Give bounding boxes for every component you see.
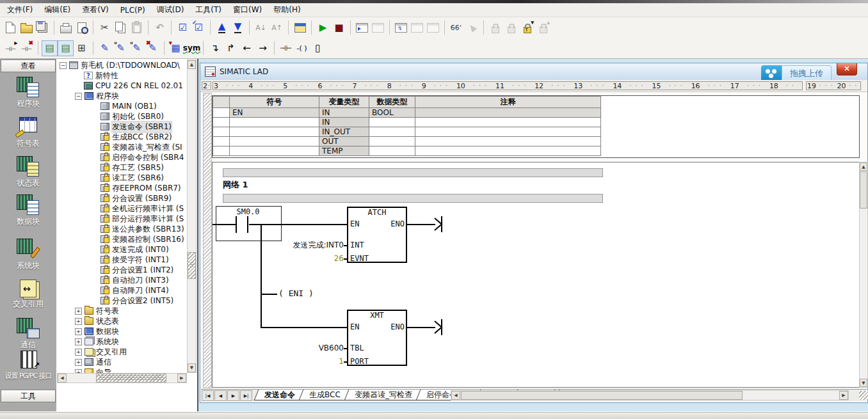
tree-item[interactable]: MAIN (OB1)	[57, 101, 187, 111]
tree-item[interactable]: +符号表	[57, 306, 187, 316]
comment-cell[interactable]	[415, 127, 601, 137]
tree-scroll-thumb[interactable]	[188, 252, 196, 279]
tree-item[interactable]: −剪毛机 (D:\TDDOWNLOAD\	[57, 60, 187, 70]
upload-button[interactable]: ▲	[214, 20, 230, 36]
tree-scroll-up-button[interactable]: ▲	[188, 60, 196, 69]
stop-button[interactable]: ■	[331, 20, 347, 36]
unforce-lock-button[interactable]	[503, 20, 519, 36]
data_type-cell[interactable]: BOOL	[369, 108, 415, 118]
ladder-horizontal-scrollbar[interactable]: ◀ ▶	[451, 390, 849, 400]
previous-bookmark-button[interactable]: ✎«	[129, 40, 145, 56]
tree-vertical-scrollbar[interactable]: ▲ ▼	[187, 59, 197, 373]
sidebar-item-data-block[interactable]: 数据块	[0, 194, 56, 227]
var-table-row[interactable]: ENINBOOL	[213, 108, 601, 118]
tree-scroll-left-button[interactable]: ◀	[58, 374, 67, 383]
data_type-cell[interactable]	[369, 118, 415, 127]
var-table-row[interactable]: IN	[213, 118, 601, 127]
pou-comments-button[interactable]: ▤	[42, 40, 58, 56]
tree-item[interactable]: 发送完成 (INT0)	[57, 244, 187, 255]
pou-comment-bar[interactable]	[223, 168, 603, 177]
tree-item[interactable]: 变频器读_写检查 (SI	[57, 142, 187, 152]
var-table-row[interactable]: OUT	[213, 137, 601, 146]
pause-program-status-button[interactable]	[370, 20, 386, 36]
tree-item[interactable]: 变频器控制 (SBR16)	[57, 234, 187, 244]
compile-all-button[interactable]: ☑✓	[191, 20, 207, 36]
view-bar-header[interactable]: 查看	[1, 59, 56, 72]
ladder-scroll-left-button[interactable]: ◀	[451, 391, 460, 400]
selection-margin[interactable]	[203, 93, 212, 388]
tree-item[interactable]: +通信	[57, 357, 187, 367]
comment-cell[interactable]	[415, 118, 601, 127]
symbolic-addressing-button[interactable]: sym	[184, 40, 200, 56]
symbol-cell[interactable]	[230, 137, 319, 146]
window-resize-grip[interactable]	[859, 391, 868, 400]
expand-icon[interactable]: +	[75, 359, 82, 366]
force-lock-button[interactable]	[487, 20, 503, 36]
tree-item[interactable]: CPU 226 CN REL 02.01	[57, 81, 187, 91]
insert-box-button[interactable]: ▯	[310, 40, 326, 56]
tree-hscroll-thumb[interactable]	[96, 374, 166, 383]
sidebar-item-symbol-table[interactable]: 符号表	[0, 116, 56, 149]
ladder-scroll-thumb[interactable]	[860, 171, 867, 209]
tree-item[interactable]: ?新特性	[57, 70, 187, 81]
row-header-cell[interactable]	[213, 146, 230, 156]
sidebar-item-cross-reference[interactable]: 交叉引用	[0, 278, 56, 310]
local-variable-table[interactable]: 符号变量类型数据类型注释 ENINBOOLININ_OUTOUTTEMP	[213, 96, 601, 156]
pause-chart-status-button[interactable]	[425, 20, 441, 36]
var_type-cell[interactable]: IN_OUT	[319, 127, 369, 137]
atch-int-operand[interactable]: 发送完成:INT0	[248, 241, 344, 249]
row-header-cell[interactable]	[213, 127, 230, 137]
single-read-button[interactable]	[409, 20, 425, 36]
menu-item[interactable]: PLC(P)	[115, 4, 151, 16]
line-down-button[interactable]: ↴	[207, 40, 223, 56]
ladder-vertical-scrollbar[interactable]: ▲ ▼	[859, 162, 868, 388]
var_type-cell[interactable]: TEMP	[319, 146, 369, 156]
row-header-cell[interactable]	[213, 108, 230, 118]
xmt-tbl-operand[interactable]: VB600	[248, 344, 344, 352]
menu-item[interactable]: 文件(F)	[1, 3, 38, 17]
menu-item[interactable]: 编辑(E)	[38, 3, 76, 17]
line-right-button[interactable]: →	[255, 40, 271, 56]
var_type-cell[interactable]: IN	[319, 118, 369, 127]
goto-button[interactable]: ▦▾	[168, 40, 184, 56]
xmt-port-operand[interactable]: 1	[248, 357, 344, 366]
tree-item[interactable]: 部分运行频率计算 (S	[57, 214, 187, 224]
tools-bar-header[interactable]: 工具	[1, 390, 56, 402]
ladder-editor[interactable]: 网络 1 SM0.0 ATCH EN ENO INT 发送完成:INT0	[212, 162, 860, 388]
menu-item[interactable]: 工具(T)	[189, 3, 227, 17]
print-preview-button[interactable]	[74, 20, 90, 36]
var_type-cell[interactable]: IN	[319, 108, 369, 118]
tree-item[interactable]: 分合设置 (SBR9)	[57, 193, 187, 203]
print-button[interactable]	[58, 20, 74, 36]
row-header-cell[interactable]	[213, 118, 230, 127]
sidebar-item-system-block[interactable]: 系统块	[0, 239, 56, 271]
tree-item[interactable]: 生成BCC (SBR2)	[57, 132, 187, 142]
tree-item[interactable]: 初始化 (SBR0)	[57, 111, 187, 122]
symbol-cell[interactable]	[230, 118, 319, 127]
data_type-cell[interactable]	[369, 146, 415, 156]
program-status-button[interactable]	[354, 20, 370, 36]
insert-contact-button[interactable]: ⊣⊢	[278, 40, 294, 56]
copy-button[interactable]	[113, 20, 129, 36]
tree-item[interactable]: 分合设置2 (INT5)	[57, 296, 187, 306]
close-button[interactable]: ×	[837, 63, 857, 75]
tree-item[interactable]: +系统块	[57, 336, 187, 347]
tree-item[interactable]: +向导	[57, 367, 187, 373]
eni-coil[interactable]: ( ENI )	[278, 289, 314, 298]
tree-scroll-right-button[interactable]: ▶	[177, 374, 186, 383]
expand-icon[interactable]: +	[75, 308, 82, 315]
line-up-button[interactable]: ↱	[223, 40, 239, 56]
collapse-icon[interactable]: −	[60, 62, 67, 69]
tree-item[interactable]: −程序块	[57, 91, 187, 101]
tree-item[interactable]: 存工艺 (SBR5)	[57, 162, 187, 173]
toggle-bookmark-button[interactable]: ✎	[97, 40, 113, 56]
data_type-cell[interactable]	[369, 137, 415, 146]
pointer-tool-button[interactable]	[464, 20, 480, 36]
data_type-cell[interactable]	[369, 127, 415, 137]
download-button[interactable]: ▼	[230, 20, 246, 36]
contact-operand[interactable]: SM0.0	[216, 207, 280, 216]
sort-descending-button[interactable]: A↑	[269, 20, 285, 36]
contact-bar-right[interactable]	[247, 216, 248, 233]
tree-item[interactable]: +数据块	[57, 326, 187, 336]
first-tab-button[interactable]: |◀	[202, 390, 214, 401]
